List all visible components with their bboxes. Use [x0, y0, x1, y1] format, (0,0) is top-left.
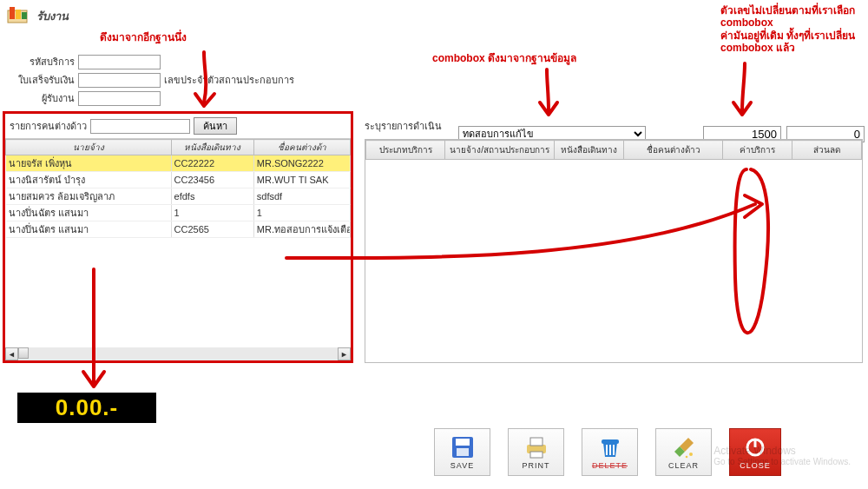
receipt-no-input[interactable] — [78, 73, 161, 88]
service-code-input[interactable] — [78, 55, 161, 69]
printer-icon — [524, 435, 549, 459]
table-row[interactable]: นายจรัส เพิ่งหุนCC22222MR.SONG2222 — [6, 155, 351, 172]
svg-rect-8 — [530, 438, 542, 446]
svc-col-discount[interactable]: ส่วนลด — [792, 141, 862, 160]
table-row[interactable]: นางปิ่นฉัตร แสนมา11 — [6, 205, 351, 221]
total-display: 0.00.- — [17, 393, 156, 423]
alien-search-input[interactable] — [90, 119, 190, 134]
table-cell[interactable]: นายจรัส เพิ่งหุน — [6, 155, 172, 172]
scroll-thumb[interactable] — [18, 347, 29, 359]
service-grid-panel: ประเภทบริการ นายจ้าง/สถานประกอบการ หนังส… — [365, 139, 863, 363]
delete-button[interactable]: DELETE — [582, 428, 638, 476]
svg-rect-5 — [456, 439, 470, 446]
search-button[interactable]: ค้นหา — [194, 117, 237, 135]
alien-list-label: รายการคนต่างด้าว — [10, 118, 87, 134]
receipt-no-label: ใบเสร็จรับเงิน — [18, 72, 78, 88]
alien-grid-col-employer[interactable]: นายจ้าง — [6, 140, 172, 155]
table-cell[interactable]: นางปิ่นฉัตร แสนมา — [6, 205, 172, 221]
svc-col-fee[interactable]: ค่าบริการ — [723, 141, 792, 160]
alien-grid[interactable]: นายจ้าง หนังสือเดินทาง ชื่อคนต่างด้า นาย… — [5, 139, 351, 238]
table-cell[interactable]: CC23456 — [171, 172, 253, 188]
table-cell[interactable]: MR.SONG2222 — [253, 155, 350, 172]
close-button[interactable]: CLOSE — [729, 428, 781, 476]
annotation-left-source: ดึงมาจากอีกฐานนึ่ง — [100, 31, 187, 43]
alien-grid-col-passport[interactable]: หนังสือเดินทาง — [171, 140, 253, 155]
print-button[interactable]: PRINT — [508, 428, 564, 476]
table-row[interactable]: นางปิ่นฉัตร แสนมาCC2565MR.ทอสอบการแจ้งเต… — [6, 221, 351, 238]
table-cell[interactable]: นางนิสารัตน์ บำรุง — [6, 172, 172, 188]
table-cell[interactable]: sdfsdf — [253, 188, 350, 205]
svg-rect-1 — [10, 7, 15, 19]
alien-list-panel: รายการคนต่างด้าว ค้นหา นายจ้าง หนังสือเด… — [3, 111, 353, 363]
svc-col-employer[interactable]: นายจ้าง/สถานประกอบการ — [445, 141, 555, 160]
save-icon — [450, 435, 475, 459]
svc-col-passport[interactable]: หนังสือเดินทาง — [554, 141, 623, 160]
table-cell[interactable]: นางปิ่นฉัตร แสนมา — [6, 221, 172, 238]
id-no-label: เลขประจำตัวสถานประกอบการ — [161, 72, 352, 88]
table-cell[interactable]: MR.ทอสอบการแจ้งเตือน — [253, 221, 350, 238]
svg-point-15 — [685, 455, 687, 458]
alien-grid-hscroll[interactable]: ◄ ► — [5, 347, 351, 360]
save-button[interactable]: SAVE — [434, 428, 490, 476]
svg-rect-3 — [22, 12, 27, 19]
alien-grid-col-name[interactable]: ชื่อคนต่างด้า — [253, 140, 350, 155]
scroll-right-icon[interactable]: ► — [338, 347, 351, 360]
svg-rect-9 — [530, 452, 542, 458]
app-icon — [7, 5, 31, 26]
table-cell[interactable]: efdfs — [171, 188, 253, 205]
svc-col-type[interactable]: ประเภทบริการ — [366, 141, 445, 160]
table-cell[interactable]: CC2565 — [171, 221, 253, 238]
table-cell[interactable]: MR.WUT TI SAK — [253, 172, 350, 188]
receiver-input[interactable] — [78, 91, 161, 106]
annotation-combobox: combobox ดึงมาจากฐานข้อมูล — [432, 52, 576, 64]
svg-rect-6 — [457, 448, 469, 456]
receiver-label: ผู้รับงาน — [42, 90, 78, 106]
svc-col-alien[interactable]: ชื่อคนต่างด้าว — [623, 141, 722, 160]
svg-point-14 — [689, 453, 693, 456]
table-cell[interactable]: นายสมควร ล้อมเจริญลาภ — [6, 188, 172, 205]
table-cell[interactable]: 1 — [171, 205, 253, 221]
svg-rect-10 — [602, 439, 619, 444]
table-row[interactable]: นายสมควร ล้อมเจริญลาภefdfssdfsdf — [6, 188, 351, 205]
table-cell[interactable]: 1 — [253, 205, 350, 221]
annotation-number-stale: ตัวเลขไม่เปลี่ยนตามที่เราเลือก combobox … — [720, 4, 855, 55]
clear-button[interactable]: CLEAR — [655, 428, 712, 476]
power-icon — [743, 435, 767, 459]
window-title: รับงาน — [36, 7, 69, 25]
table-cell[interactable]: CC22222 — [171, 155, 253, 172]
service-code-label: รหัสบริการ — [30, 54, 78, 69]
table-row[interactable]: นางนิสารัตน์ บำรุงCC23456MR.WUT TI SAK — [6, 172, 351, 188]
service-grid[interactable]: ประเภทบริการ นายจ้าง/สถานประกอบการ หนังส… — [365, 140, 862, 160]
scroll-left-icon[interactable]: ◄ — [5, 347, 18, 360]
svg-rect-2 — [16, 10, 21, 19]
trash-icon — [598, 435, 622, 459]
brush-icon — [672, 435, 696, 459]
